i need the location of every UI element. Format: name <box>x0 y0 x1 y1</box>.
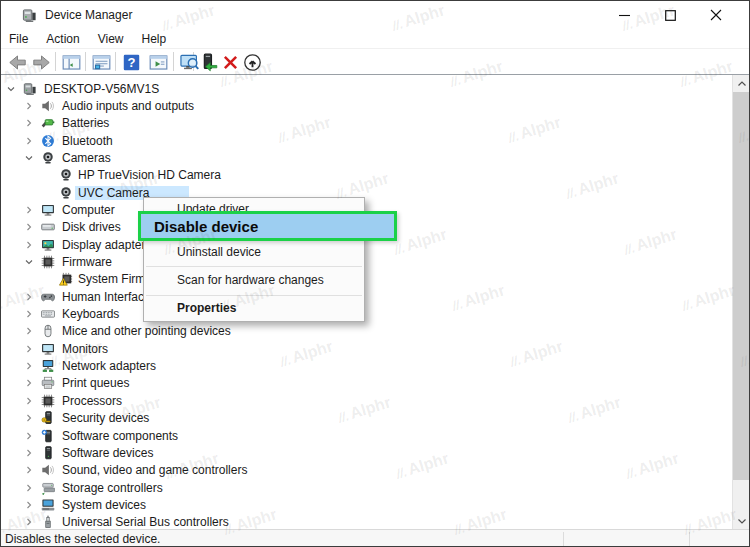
status-bar: Disables the selected device. <box>1 529 749 547</box>
toolbar-update-driver-button[interactable] <box>198 51 219 73</box>
chevron-right-icon[interactable] <box>25 223 32 230</box>
tree-item-label: DESKTOP-V56MV1S <box>41 82 162 96</box>
context-menu-item-uninstall-device[interactable]: Uninstall device <box>144 244 364 260</box>
chevron-right-icon[interactable] <box>25 379 32 386</box>
chevron-right-icon[interactable] <box>25 362 32 369</box>
tree-item-bluetooth[interactable]: Bluetooth <box>1 132 733 150</box>
toolbar-scan-for-hardware-changes-button[interactable] <box>179 51 200 73</box>
chevron-right-icon[interactable] <box>25 484 32 491</box>
vertical-scrollbar[interactable] <box>732 75 749 529</box>
toolbar-separator <box>85 52 86 71</box>
toolbar-separator <box>115 52 116 71</box>
tree-item-processors[interactable]: Processors <box>1 392 733 410</box>
tree-item-keyboards[interactable]: Keyboards <box>1 305 733 323</box>
tree-item-label: Batteries <box>59 116 112 130</box>
console-tree-icon <box>62 53 81 72</box>
tree-item-mice-and-other-pointing-devices[interactable]: Mice and other pointing devices <box>1 322 733 340</box>
tree-item-label: Software components <box>59 429 181 443</box>
context-menu-item-disable-device[interactable]: Disable device <box>138 211 397 241</box>
chevron-right-icon[interactable] <box>25 293 32 300</box>
scan-hardware-icon <box>180 53 199 72</box>
disable-icon <box>243 53 262 72</box>
tree-item-label: Firmware <box>59 255 115 269</box>
device-manager-window: Device Manager FileActionViewHelp ? DESK… <box>0 0 750 547</box>
toolbar-help-button[interactable]: ? <box>121 51 142 73</box>
tree-item-human-interface-devices[interactable]: Human Interface Devices <box>1 288 733 306</box>
toolbar-show-console-tree-button[interactable] <box>61 51 82 73</box>
toolbar-back-button[interactable] <box>7 51 28 73</box>
scroll-up-icon[interactable] <box>733 75 750 91</box>
tree-item-network-adapters[interactable]: Network adapters <box>1 357 733 375</box>
tree-item-sound-video-and-game-controllers[interactable]: Sound, video and game controllers <box>1 461 733 479</box>
bluetooth-icon <box>41 134 55 148</box>
chevron-right-icon[interactable] <box>25 501 32 508</box>
chevron-right-icon[interactable] <box>25 310 32 317</box>
chevron-right-icon[interactable] <box>25 449 32 456</box>
camera-icon <box>59 168 73 182</box>
toolbar-uninstall-device-button[interactable] <box>220 51 241 73</box>
maximize-button[interactable] <box>647 1 693 29</box>
context-menu-separator <box>146 295 362 296</box>
toolbar-forward-button[interactable] <box>31 51 52 73</box>
tree-item-security-devices[interactable]: Security devices <box>1 409 733 427</box>
toolbar-properties-button[interactable] <box>91 51 112 73</box>
update-driver-icon <box>199 53 218 72</box>
chevron-down-icon[interactable] <box>7 85 14 92</box>
chevron-right-icon[interactable] <box>25 345 32 352</box>
tree-item-print-queues[interactable]: Print queues <box>1 374 733 392</box>
tree-item-desktop-v56mv1s[interactable]: DESKTOP-V56MV1S <box>1 80 733 98</box>
tree-item-firmware[interactable]: Firmware <box>1 253 733 271</box>
chevron-down-icon[interactable] <box>25 154 32 161</box>
scrollbar-thumb[interactable] <box>733 92 750 480</box>
chevron-down-icon[interactable] <box>25 258 32 265</box>
tree-item-cameras[interactable]: Cameras <box>1 149 733 167</box>
context-menu-item-properties[interactable]: Properties <box>144 300 364 316</box>
tree-item-uvc-camera[interactable]: UVC Camera <box>1 184 733 202</box>
tree-item-storage-controllers[interactable]: Storage controllers <box>1 479 733 497</box>
device-tree: DESKTOP-V56MV1SAudio inputs and outputsB… <box>1 75 733 529</box>
battery-icon <box>41 116 55 130</box>
tree-item-system-devices[interactable]: System devices <box>1 496 733 514</box>
tree-item-label: Storage controllers <box>59 481 166 495</box>
chevron-right-icon[interactable] <box>25 102 32 109</box>
towerkey-icon <box>41 411 55 425</box>
keyboard-icon <box>41 307 55 321</box>
menu-file[interactable]: File <box>1 30 37 48</box>
tree-item-audio-inputs-and-outputs[interactable]: Audio inputs and outputs <box>1 97 733 115</box>
tree-item-batteries[interactable]: Batteries <box>1 114 733 132</box>
tree-item-monitors[interactable]: Monitors <box>1 340 733 358</box>
menu-bar: FileActionViewHelp <box>1 29 749 49</box>
toolbar-separator <box>55 52 56 71</box>
network-icon <box>41 359 55 373</box>
menu-action[interactable]: Action <box>37 30 88 48</box>
chevron-right-icon[interactable] <box>25 432 32 439</box>
chevron-right-icon[interactable] <box>25 397 32 404</box>
towerplus-icon <box>41 429 55 443</box>
chevron-right-icon[interactable] <box>25 206 32 213</box>
tree-item-system-firmware[interactable]: System Firmware <box>1 270 733 288</box>
menu-help[interactable]: Help <box>133 30 176 48</box>
system-icon <box>41 498 55 512</box>
minimize-button[interactable] <box>601 1 647 29</box>
tree-item-universal-serial-bus-controllers[interactable]: Universal Serial Bus controllers <box>1 513 733 529</box>
chevron-right-icon[interactable] <box>25 241 32 248</box>
toolbar-export-list-button[interactable] <box>148 51 169 73</box>
chevron-right-icon[interactable] <box>25 466 32 473</box>
tree-item-hp-truevision-hd-camera[interactable]: HP TrueVision HD Camera <box>1 166 733 184</box>
context-menu-item-scan-for-hardware-changes[interactable]: Scan for hardware changes <box>144 272 364 288</box>
chevron-right-icon[interactable] <box>25 518 32 525</box>
chevron-right-icon[interactable] <box>25 414 32 421</box>
close-button[interactable] <box>693 1 739 29</box>
scroll-down-icon[interactable] <box>733 513 750 529</box>
chevron-right-icon[interactable] <box>25 119 32 126</box>
chevron-right-icon[interactable] <box>25 327 32 334</box>
toolbar-disable-device-button[interactable] <box>242 51 263 73</box>
tree-item-label: Bluetooth <box>59 134 116 148</box>
menu-view[interactable]: View <box>89 30 133 48</box>
monitor-icon <box>41 342 55 356</box>
chevron-right-icon[interactable] <box>25 137 32 144</box>
tree-item-label: Network adapters <box>59 359 159 373</box>
tree-item-label: Universal Serial Bus controllers <box>59 515 232 529</box>
tree-item-software-components[interactable]: Software components <box>1 427 733 445</box>
tree-item-software-devices[interactable]: Software devices <box>1 444 733 462</box>
